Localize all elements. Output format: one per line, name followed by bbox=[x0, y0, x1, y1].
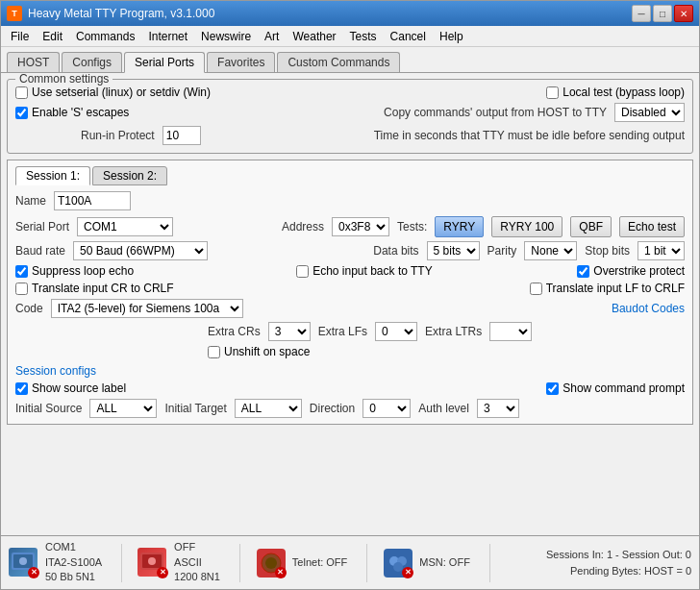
translate-cr-checkbox[interactable] bbox=[15, 283, 28, 295]
tab-configs[interactable]: Configs bbox=[62, 52, 122, 72]
translate-lf-checkbox[interactable] bbox=[530, 283, 542, 295]
off-speed: 1200 8N1 bbox=[174, 570, 220, 584]
session-area: Session 1: Session 2: Name Serial Port C… bbox=[7, 160, 693, 425]
overstrike-label[interactable]: Overstrike protect bbox=[577, 264, 685, 278]
menu-internet[interactable]: Internet bbox=[142, 28, 193, 45]
menu-tests[interactable]: Tests bbox=[344, 28, 383, 45]
address-label: Address bbox=[282, 220, 324, 234]
echo-test-button[interactable]: Echo test bbox=[619, 216, 685, 237]
copy-commands-select[interactable]: Disabled bbox=[614, 103, 685, 122]
off-error-badge: ✕ bbox=[157, 567, 168, 578]
copy-commands-text: Copy commands' output from HOST to TTY bbox=[384, 106, 607, 119]
address-select[interactable]: 0x3F8 bbox=[332, 217, 389, 236]
initial-source-select[interactable]: ALL bbox=[89, 399, 157, 418]
svg-point-8 bbox=[265, 557, 277, 569]
initial-source-label: Initial Source bbox=[15, 402, 82, 415]
translate-lf-label[interactable]: Translate input LF to CRLF bbox=[530, 282, 685, 295]
com1-status: ✕ COM1 ITA2-S100A 50 Bb 5N1 bbox=[9, 544, 122, 582]
menu-cancel[interactable]: Cancel bbox=[385, 28, 432, 45]
title-bar: T Heavy Metal TTY Program, v3.1.000 ─ □ … bbox=[1, 1, 699, 26]
local-test-text: Local test (bypass loop) bbox=[562, 86, 685, 99]
show-source-label[interactable]: Show source label bbox=[15, 381, 188, 395]
sessions-info: Sessions In: 1 - Session Out: 0 bbox=[546, 547, 691, 563]
com1-error-badge: ✕ bbox=[28, 567, 39, 578]
echo-input-text: Echo input back to TTY bbox=[312, 264, 433, 278]
time-idle-text: Time in seconds that TTY must be idle be… bbox=[374, 129, 685, 142]
unshift-checkbox[interactable] bbox=[208, 346, 220, 358]
auth-level-select[interactable]: 3 bbox=[477, 399, 519, 418]
use-setserial-label[interactable]: Use setserial (linux) or setdiv (Win) bbox=[15, 86, 211, 99]
minimize-button[interactable]: ─ bbox=[632, 5, 651, 22]
show-command-prompt-label[interactable]: Show command prompt bbox=[546, 381, 685, 395]
menu-weather[interactable]: Weather bbox=[287, 28, 341, 45]
session-tabs: Session 1: Session 2: bbox=[15, 166, 685, 185]
menu-commands[interactable]: Commands bbox=[70, 28, 140, 45]
stop-bits-label: Stop bits bbox=[585, 244, 630, 258]
baudot-codes-link[interactable]: Baudot Codes bbox=[612, 302, 685, 315]
menu-art[interactable]: Art bbox=[259, 28, 285, 45]
unshift-label[interactable]: Unshift on space bbox=[208, 345, 310, 358]
enable-s-escapes-checkbox[interactable] bbox=[15, 107, 28, 119]
extra-lfs-select[interactable]: 0 bbox=[375, 322, 417, 341]
session-details: Name Serial Port COM1 COM2 Address 0x3F8… bbox=[15, 191, 685, 418]
use-setserial-checkbox[interactable] bbox=[15, 86, 28, 99]
name-input[interactable] bbox=[54, 191, 131, 210]
initial-target-select[interactable]: ALL bbox=[235, 399, 302, 418]
main-content: Common settings Use setserial (linux) or… bbox=[1, 72, 699, 535]
translate-cr-text: Translate input CR to CRLF bbox=[32, 282, 174, 295]
serial-port-select[interactable]: COM1 COM2 bbox=[77, 217, 173, 236]
suppress-loop-checkbox[interactable] bbox=[15, 265, 28, 278]
app-icon: T bbox=[7, 6, 22, 21]
telnet-label: Telnet: OFF bbox=[292, 555, 347, 570]
tab-custom-commands[interactable]: Custom Commands bbox=[277, 52, 400, 72]
extra-crs-select[interactable]: 3 bbox=[268, 322, 311, 341]
overstrike-checkbox[interactable] bbox=[577, 265, 589, 278]
code-label: Code bbox=[15, 302, 43, 315]
suppress-loop-text: Suppress loop echo bbox=[32, 264, 134, 278]
menu-bar: File Edit Commands Internet Newswire Art… bbox=[1, 26, 699, 47]
menu-edit[interactable]: Edit bbox=[37, 28, 68, 45]
code-select[interactable]: ITA2 (5-level) for Siemens 100a bbox=[51, 299, 243, 318]
com1-protocol: ITA2-S100A bbox=[45, 555, 102, 570]
local-test-label[interactable]: Local test (bypass loop) bbox=[546, 86, 685, 99]
suppress-loop-label[interactable]: Suppress loop echo bbox=[15, 264, 179, 278]
local-test-checkbox[interactable] bbox=[546, 86, 559, 99]
run-in-protect-label: Run-in Protect bbox=[81, 129, 155, 142]
off-status: ✕ OFF ASCII 1200 8N1 bbox=[138, 544, 240, 582]
serial-port-label: Serial Port bbox=[15, 220, 69, 234]
qbf-button[interactable]: QBF bbox=[570, 216, 612, 237]
show-source-checkbox[interactable] bbox=[15, 382, 28, 395]
direction-select[interactable]: 0 bbox=[362, 399, 411, 418]
data-bits-select[interactable]: 5 bits bbox=[427, 241, 480, 260]
status-right: Sessions In: 1 - Session Out: 0 Pending … bbox=[546, 547, 691, 578]
ryry100-button[interactable]: RYRY 100 bbox=[491, 216, 562, 237]
baud-rate-select[interactable]: 50 Baud (66WPM) bbox=[73, 241, 208, 260]
tests-label: Tests: bbox=[397, 220, 427, 234]
parity-select[interactable]: None Odd Even bbox=[524, 241, 577, 260]
close-button[interactable]: ✕ bbox=[674, 5, 693, 22]
enable-s-escapes-label[interactable]: Enable 'S' escapes bbox=[15, 106, 129, 119]
stop-bits-select[interactable]: 1 bit bbox=[638, 241, 685, 260]
tab-serial-ports[interactable]: Serial Ports bbox=[124, 52, 205, 73]
session-configs-link[interactable]: Session configs bbox=[15, 364, 96, 378]
menu-help[interactable]: Help bbox=[434, 28, 469, 45]
svg-point-5 bbox=[148, 557, 156, 565]
extra-ltrs-select[interactable] bbox=[489, 322, 532, 341]
echo-input-checkbox[interactable] bbox=[296, 265, 309, 278]
tab-host[interactable]: HOST bbox=[7, 52, 60, 72]
menu-newswire[interactable]: Newswire bbox=[195, 28, 257, 45]
session-tab-1[interactable]: Session 1: bbox=[15, 166, 90, 185]
parity-label: Parity bbox=[488, 244, 517, 258]
show-command-prompt-checkbox[interactable] bbox=[546, 382, 559, 395]
tab-favorites[interactable]: Favorites bbox=[207, 52, 275, 72]
session-tab-2[interactable]: Session 2: bbox=[92, 166, 167, 185]
run-in-protect-input[interactable] bbox=[162, 126, 201, 145]
direction-label: Direction bbox=[310, 402, 355, 415]
off-status-text: OFF bbox=[174, 540, 220, 554]
translate-cr-label[interactable]: Translate input CR to CRLF bbox=[15, 282, 179, 295]
ryry-button[interactable]: RYRY bbox=[435, 216, 484, 237]
unshift-text: Unshift on space bbox=[224, 345, 310, 358]
echo-input-label[interactable]: Echo input back to TTY bbox=[296, 264, 460, 278]
menu-file[interactable]: File bbox=[5, 28, 35, 45]
maximize-button[interactable]: □ bbox=[653, 5, 672, 22]
